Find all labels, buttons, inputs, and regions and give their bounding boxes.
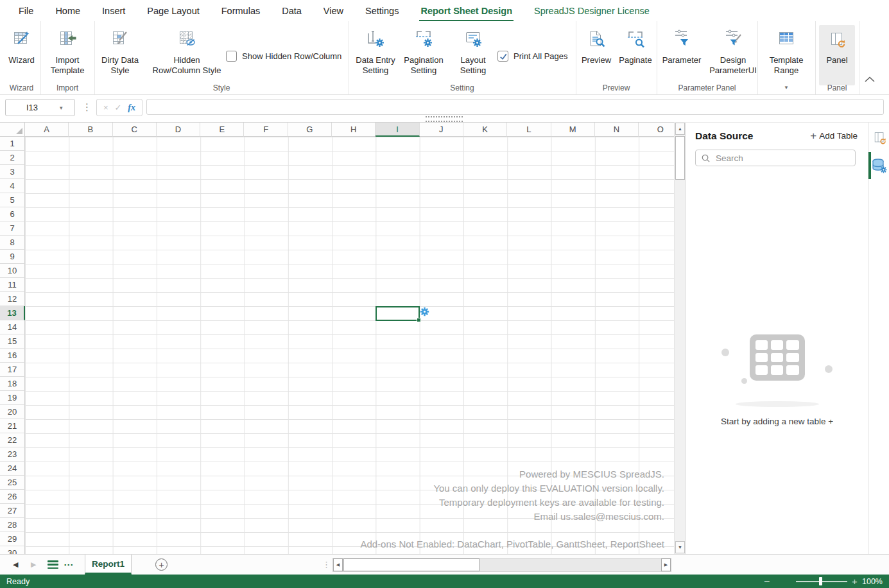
row-header-21[interactable]: 21 <box>0 419 25 433</box>
collapse-ribbon-button[interactable] <box>864 74 876 85</box>
template-range-dropdown-icon[interactable]: ▼ <box>757 85 815 91</box>
column-header-g[interactable]: G <box>288 123 332 137</box>
scrollbar-drag-handle[interactable]: ⋮ <box>322 555 331 575</box>
menu-item-page-layout[interactable]: Page Layout <box>136 0 210 21</box>
row-header-16[interactable]: 16 <box>0 349 25 363</box>
column-header-h[interactable]: H <box>332 123 375 137</box>
fill-handle[interactable] <box>417 318 421 322</box>
add-table-button[interactable]: + Add Table <box>810 131 858 141</box>
column-header-k[interactable]: K <box>463 123 507 137</box>
name-box-input[interactable] <box>6 102 58 113</box>
menu-item-data[interactable]: Data <box>271 0 313 21</box>
scroll-left-button[interactable]: ◀ <box>333 558 343 571</box>
import-template-button[interactable]: Import Template <box>45 29 90 76</box>
row-header-29[interactable]: 29 <box>0 532 25 546</box>
column-header-c[interactable]: C <box>113 123 157 137</box>
search-box[interactable] <box>695 150 856 166</box>
column-header-m[interactable]: M <box>551 123 595 137</box>
zoom-level[interactable]: 100% <box>862 575 883 588</box>
row-header-23[interactable]: 23 <box>0 447 25 462</box>
row-header-20[interactable]: 20 <box>0 405 25 419</box>
row-header-9[interactable]: 9 <box>0 250 25 264</box>
show-hidden-row-column-checkbox[interactable]: Show Hidden Row/Column <box>226 51 341 62</box>
panel-button[interactable]: Panel <box>819 25 855 85</box>
column-header-d[interactable]: D <box>157 123 200 137</box>
cell-settings-gear-icon[interactable] <box>419 306 430 317</box>
wizard-button[interactable]: Wizard <box>3 29 40 65</box>
menu-item-file[interactable]: File <box>8 0 44 21</box>
zoom-in-button[interactable]: + <box>852 575 858 588</box>
paginate-button[interactable]: Paginate <box>616 29 655 65</box>
column-header-l[interactable]: L <box>507 123 551 137</box>
add-sheet-button[interactable]: + <box>155 558 168 571</box>
menu-item-settings[interactable]: Settings <box>354 0 410 21</box>
row-header-8[interactable]: 8 <box>0 236 25 250</box>
row-header-4[interactable]: 4 <box>0 179 25 193</box>
preview-button[interactable]: Preview <box>577 29 616 65</box>
row-header-24[interactable]: 24 <box>0 462 25 476</box>
horizontal-scrollbar-thumb[interactable] <box>343 558 479 571</box>
column-header-i[interactable]: I <box>375 123 419 137</box>
row-header-22[interactable]: 22 <box>0 433 25 447</box>
row-header-11[interactable]: 11 <box>0 278 25 292</box>
template-range-button[interactable]: Template Range <box>764 29 809 76</box>
scroll-right-button[interactable]: ▶ <box>661 558 671 571</box>
row-header-13[interactable]: 13 <box>0 306 25 320</box>
spreadsheet-grid[interactable]: ABCDEFGHIJKLMNO 123456789101112131415161… <box>0 122 674 554</box>
sheet-tab-report1[interactable]: Report1 <box>85 555 132 575</box>
column-header-b[interactable]: B <box>69 123 112 137</box>
menu-item-formulas[interactable]: Formulas <box>211 0 271 21</box>
row-header-10[interactable]: 10 <box>0 264 25 278</box>
layout-setting-button[interactable]: Layout Setting <box>451 29 495 76</box>
pagination-setting-button[interactable]: Pagination Setting <box>397 29 451 76</box>
column-header-n[interactable]: N <box>595 123 639 137</box>
formula-bar-drag-handle[interactable]: ⋮ <box>82 99 92 115</box>
horizontal-scrollbar[interactable]: ◀ ▶ <box>332 558 671 572</box>
row-header-14[interactable]: 14 <box>0 320 25 334</box>
column-header-a[interactable]: A <box>25 123 69 137</box>
name-box-dropdown-icon[interactable]: ▾ <box>60 105 63 111</box>
zoom-slider-thumb[interactable] <box>819 577 822 585</box>
previous-sheet-button[interactable]: ◀ <box>13 555 18 575</box>
row-header-30[interactable]: 30 <box>0 546 25 554</box>
column-header-e[interactable]: E <box>200 123 244 137</box>
print-all-pages-checkbox[interactable]: Print All Pages <box>497 51 568 62</box>
menu-item-insert[interactable]: Insert <box>91 0 136 21</box>
menu-item-view[interactable]: View <box>313 0 354 21</box>
design-parameter-ui-button[interactable]: Design ParameterUI <box>703 29 763 76</box>
row-header-17[interactable]: 17 <box>0 363 25 377</box>
row-header-7[interactable]: 7 <box>0 221 25 236</box>
vertical-scrollbar-thumb[interactable] <box>675 136 685 180</box>
row-header-2[interactable]: 2 <box>0 151 25 165</box>
zoom-out-button[interactable]: − <box>764 575 770 588</box>
data-source-tab[interactable] <box>871 157 888 174</box>
row-header-19[interactable]: 19 <box>0 391 25 405</box>
more-sheets-icon[interactable]: ⋯ <box>64 555 74 575</box>
column-header-j[interactable]: J <box>420 123 463 137</box>
parameter-button[interactable]: Parameter <box>658 29 705 65</box>
formula-input[interactable] <box>146 99 884 115</box>
row-header-25[interactable]: 25 <box>0 476 25 490</box>
search-input[interactable] <box>714 153 855 164</box>
sheet-list-menu-icon[interactable] <box>47 560 58 571</box>
row-header-6[interactable]: 6 <box>0 207 25 221</box>
insert-function-icon[interactable]: fx <box>128 103 135 113</box>
menu-item-home[interactable]: Home <box>44 0 91 21</box>
confirm-icon[interactable]: ✓ <box>115 103 122 112</box>
row-header-28[interactable]: 28 <box>0 518 25 532</box>
row-header-1[interactable]: 1 <box>0 137 25 151</box>
dirty-data-style-button[interactable]: Dirty Data Style <box>94 29 146 76</box>
scroll-up-button[interactable]: ▲ <box>675 123 685 135</box>
row-header-18[interactable]: 18 <box>0 377 25 391</box>
column-header-f[interactable]: F <box>244 123 288 137</box>
vertical-scrollbar[interactable]: ▲ ▼ <box>674 122 686 554</box>
row-header-26[interactable]: 26 <box>0 490 25 504</box>
menu-item-spreadjs-designer-license[interactable]: SpreadJS Designer License <box>523 0 660 21</box>
data-entry-setting-button[interactable]: Data Entry Setting <box>349 29 402 76</box>
next-sheet-button[interactable]: ▶ <box>31 555 36 575</box>
menu-item-report-sheet-design[interactable]: Report Sheet Design <box>410 0 523 21</box>
row-header-15[interactable]: 15 <box>0 334 25 349</box>
row-header-12[interactable]: 12 <box>0 292 25 306</box>
panel-layout-tab[interactable] <box>871 130 888 146</box>
formula-bar-splitter-handle[interactable] <box>426 116 463 122</box>
